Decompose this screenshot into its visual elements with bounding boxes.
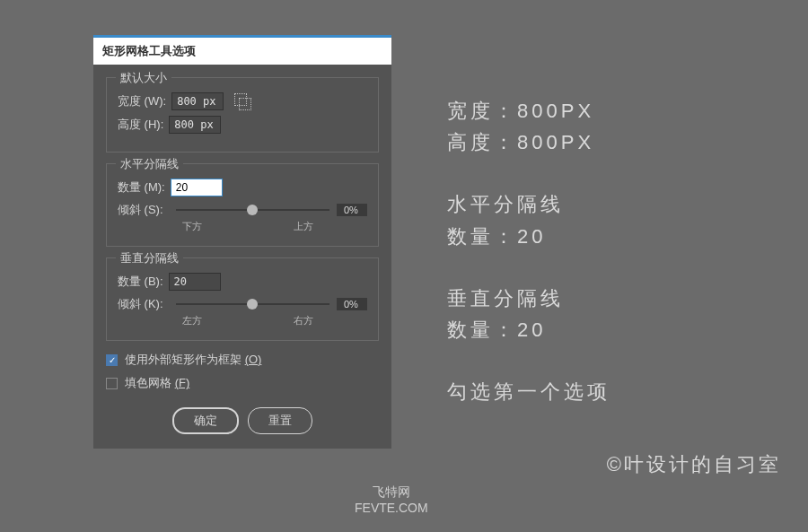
fill-grid-label: 填色网格 (F)	[125, 375, 189, 391]
h-skew-value: 0%	[337, 204, 367, 216]
width-input[interactable]	[171, 92, 224, 110]
width-row: 宽度 (W):	[118, 92, 367, 110]
h-count-input[interactable]	[171, 179, 223, 196]
above-label: 上方	[294, 220, 313, 233]
ann-v-count: 数量：20	[447, 314, 610, 345]
use-frame-checkbox[interactable]: ✓	[106, 354, 118, 366]
fill-grid-checkbox[interactable]	[106, 378, 118, 389]
v-skew-value: 0%	[337, 298, 367, 310]
width-label: 宽度 (W):	[118, 93, 166, 109]
vertical-divider-group: 垂直分隔线 数量 (B): 倾斜 (K): 0% 左方 右方	[106, 257, 379, 341]
h-skew-labels: 下方 上方	[118, 218, 367, 233]
v-count-row: 数量 (B):	[118, 273, 367, 291]
ann-h-count: 数量：20	[447, 221, 610, 252]
horizontal-title: 水平分隔线	[116, 156, 183, 172]
dialog-title: 矩形网格工具选项	[93, 38, 391, 65]
height-label: 高度 (H):	[118, 117, 163, 133]
h-skew-slider[interactable]	[176, 209, 329, 211]
ann-check-note: 勾选第一个选项	[447, 376, 610, 407]
v-count-label: 数量 (B):	[118, 274, 163, 290]
height-row: 高度 (H):	[118, 116, 367, 134]
use-frame-row[interactable]: ✓ 使用外部矩形作为框架 (O)	[106, 352, 379, 368]
v-skew-label: 倾斜 (K):	[118, 296, 163, 312]
ann-h-title: 水平分隔线	[447, 188, 610, 220]
h-count-row: 数量 (M):	[118, 179, 367, 196]
v-count-input[interactable]	[169, 273, 221, 291]
v-skew-labels: 左方 右方	[118, 312, 367, 327]
h-count-label: 数量 (M):	[118, 179, 165, 196]
below-label: 下方	[182, 220, 202, 233]
watermark-cn: 飞特网	[355, 484, 428, 500]
fill-grid-row[interactable]: 填色网格 (F)	[106, 375, 379, 391]
constrain-icon[interactable]	[234, 93, 250, 109]
h-skew-label: 倾斜 (S):	[118, 202, 163, 218]
dialog-body: 默认大小 宽度 (W): 高度 (H): 水平分隔线 数量 (M): 倾斜 (S…	[93, 65, 391, 449]
use-frame-label: 使用外部矩形作为框架 (O)	[125, 352, 261, 368]
vertical-title: 垂直分隔线	[116, 250, 183, 266]
v-skew-slider[interactable]	[176, 303, 329, 305]
reset-button[interactable]: 重置	[248, 407, 312, 434]
button-row: 确定 重置	[106, 407, 379, 434]
ann-v-title: 垂直分隔线	[447, 283, 610, 314]
ann-height: 高度：800PX	[447, 126, 610, 158]
horizontal-divider-group: 水平分隔线 数量 (M): 倾斜 (S): 0% 下方 上方	[106, 163, 379, 247]
left-label: 左方	[182, 314, 202, 327]
ok-button[interactable]: 确定	[172, 407, 239, 434]
grid-tool-dialog: 矩形网格工具选项 默认大小 宽度 (W): 高度 (H): 水平分隔线 数量 (…	[93, 35, 391, 449]
watermark-en: FEVTE.COM	[355, 500, 428, 516]
v-skew-row: 倾斜 (K): 0%	[118, 296, 367, 312]
default-size-group: 默认大小 宽度 (W): 高度 (H):	[106, 77, 379, 153]
annotations: 宽度：800PX 高度：800PX 水平分隔线 数量：20 垂直分隔线 数量：2…	[447, 95, 610, 407]
slider-thumb[interactable]	[247, 205, 258, 215]
slider-thumb[interactable]	[247, 299, 258, 310]
default-size-title: 默认大小	[116, 70, 171, 86]
height-input[interactable]	[169, 116, 221, 134]
ann-width: 宽度：800PX	[447, 95, 610, 126]
watermark: 飞特网 FEVTE.COM	[355, 484, 428, 516]
right-label: 右方	[294, 314, 313, 327]
h-skew-row: 倾斜 (S): 0%	[118, 202, 367, 218]
credit: ©叶设计的自习室	[607, 451, 781, 478]
